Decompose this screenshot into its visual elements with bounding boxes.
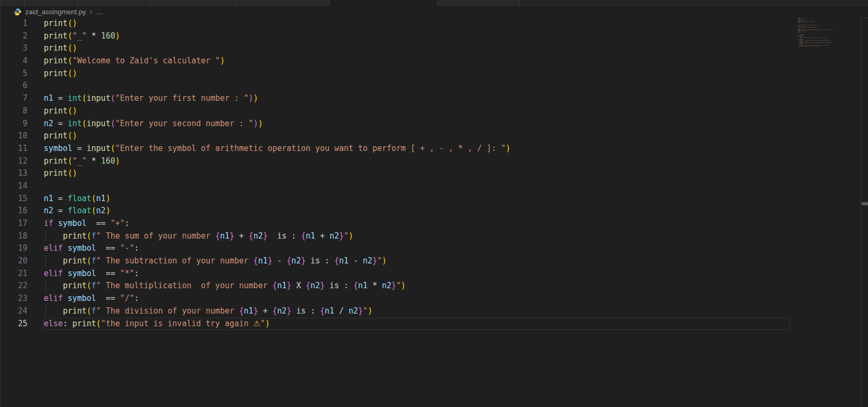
code-line[interactable]: 19elif symbol == "-": <box>0 242 861 255</box>
code-line[interactable]: 5print() <box>0 68 861 80</box>
code-text: print() <box>44 167 77 180</box>
tab-strip-filler <box>519 0 868 6</box>
code-line[interactable]: 13print() <box>0 167 861 180</box>
line-number: 25 <box>0 318 27 330</box>
code-text: print(f" The subtraction of your number … <box>44 255 387 268</box>
line-number: 3 <box>0 42 27 55</box>
tab[interactable] <box>0 0 25 6</box>
python-icon <box>14 8 22 16</box>
tab[interactable] <box>25 0 78 6</box>
code-text: n1 = int(input("Enter your first number … <box>44 92 258 105</box>
tab-active[interactable] <box>330 0 438 6</box>
code-text: print("Welcome to Zaid's calculater ") <box>44 55 225 68</box>
tab-bar <box>0 0 868 6</box>
code-text: print() <box>44 105 77 118</box>
line-number: 12 <box>0 155 27 168</box>
line-number: 6 <box>0 80 27 92</box>
code-line[interactable]: 18 print(f" The sum of your number {n1} … <box>0 230 861 243</box>
tab[interactable] <box>150 0 236 6</box>
code-line[interactable]: 2print("_" * 160) <box>0 30 861 43</box>
code-text: n2 = int(input("Enter your second number… <box>44 118 263 130</box>
line-number: 8 <box>0 105 27 118</box>
scrollbar-overview-ruler[interactable] <box>861 17 868 407</box>
code-line[interactable]: 20 print(f" The subtraction of your numb… <box>0 255 861 268</box>
line-number: 11 <box>0 143 27 155</box>
line-number: 22 <box>0 280 27 292</box>
line-number: 24 <box>0 305 27 318</box>
code-line[interactable]: 3print() <box>0 42 861 55</box>
line-number: 13 <box>0 167 27 180</box>
line-number: 10 <box>0 130 27 143</box>
line-number: 20 <box>0 255 27 268</box>
line-number: 19 <box>0 242 27 255</box>
code-line[interactable]: 23elif symbol == "/": <box>0 292 861 305</box>
code-text: else: print("the input is invalid try ag… <box>44 318 270 330</box>
code-text: print() <box>44 42 77 55</box>
code-line[interactable]: 7n1 = int(input("Enter your first number… <box>0 92 861 105</box>
cursor-position-marker <box>862 202 868 205</box>
chevron-right-icon: › <box>90 7 92 16</box>
code-line[interactable]: 24 print(f" The division of your number … <box>0 305 861 318</box>
line-number: 7 <box>0 92 27 105</box>
code-text: print() <box>44 68 77 80</box>
code-line[interactable]: 21elif symbol == "*": <box>0 268 861 280</box>
code-line[interactable]: 12print("_" * 160) <box>0 155 861 168</box>
code-line[interactable]: 22 print(f" The multiplication of your n… <box>0 280 861 292</box>
line-number: 2 <box>0 30 27 43</box>
code-text: print(f" The sum of your number {n1} + {… <box>44 230 353 243</box>
code-text: elif symbol == "/": <box>44 292 139 305</box>
minimap[interactable]: print()print("_" * 160)print()print("Wel… <box>798 17 858 81</box>
line-number: 16 <box>0 205 27 217</box>
code-line[interactable]: 15n1 = float(n1) <box>0 193 861 205</box>
breadcrumb-symbol[interactable]: … <box>96 8 103 16</box>
breadcrumb-file[interactable]: zaid_assingment.py <box>25 8 86 16</box>
code-editor[interactable]: 1print()2print("_" * 160)3print()4print(… <box>0 17 861 330</box>
breadcrumb: zaid_assingment.py › … <box>0 6 868 17</box>
code-text: print() <box>44 17 77 30</box>
code-text: elif symbol == "-": <box>44 242 139 255</box>
code-line[interactable]: 25else: print("the input is invalid try … <box>0 318 861 330</box>
line-number: 4 <box>0 55 27 68</box>
code-text: print() <box>44 130 77 143</box>
code-text: print("_" * 160) <box>44 30 120 43</box>
line-number: 18 <box>0 230 27 243</box>
tab[interactable] <box>78 0 150 6</box>
line-number: 1 <box>0 17 27 30</box>
code-line[interactable]: 14 <box>0 180 861 193</box>
line-number: 15 <box>0 193 27 205</box>
code-text: if symbol == "+": <box>44 217 130 230</box>
line-number: 9 <box>0 118 27 130</box>
code-text: elif symbol == "*": <box>44 268 139 280</box>
code-text: n2 = float(n2) <box>44 205 110 217</box>
line-number: 17 <box>0 217 27 230</box>
code-line[interactable]: 16n2 = float(n2) <box>0 205 861 217</box>
code-line[interactable]: 10print() <box>0 130 861 143</box>
code-line[interactable]: 9n2 = int(input("Enter your second numbe… <box>0 118 861 130</box>
line-number: 21 <box>0 268 27 280</box>
code-line[interactable]: 8print() <box>0 105 861 118</box>
code-text: print("_" * 160) <box>44 155 120 168</box>
code-text: symbol = input("Enter the symbol of arit… <box>44 143 510 155</box>
line-number: 5 <box>0 68 27 80</box>
code-line[interactable]: 4print("Welcome to Zaid's calculater ") <box>0 55 861 68</box>
code-line[interactable]: 11symbol = input("Enter the symbol of ar… <box>0 143 861 155</box>
code-text: print(f" The multiplication of your numb… <box>44 280 406 292</box>
tab[interactable] <box>438 0 519 6</box>
line-number: 14 <box>0 180 27 193</box>
code-line[interactable]: 6 <box>0 80 861 92</box>
code-line[interactable]: 17if symbol == "+": <box>0 217 861 230</box>
code-line[interactable]: 1print() <box>0 17 861 30</box>
code-text: print(f" The division of your number {n1… <box>44 305 372 318</box>
tab[interactable] <box>236 0 330 6</box>
line-number: 23 <box>0 292 27 305</box>
code-text: n1 = float(n1) <box>44 193 110 205</box>
